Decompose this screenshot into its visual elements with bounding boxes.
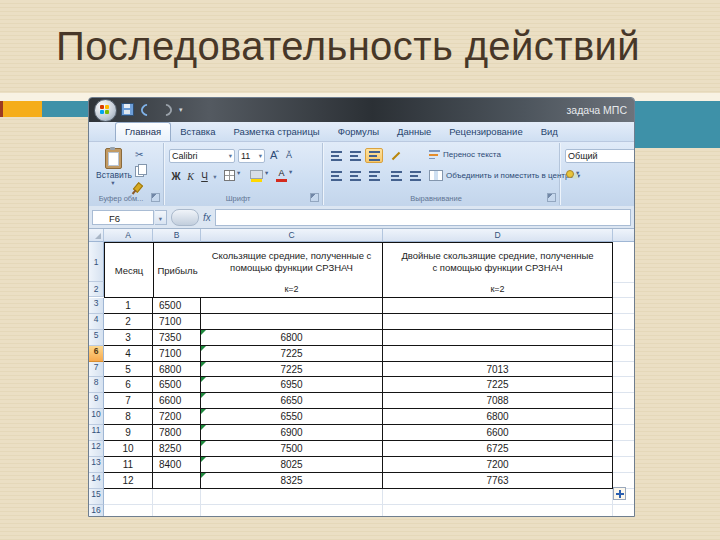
cell[interactable]: 4 (104, 346, 153, 362)
accounting-format-button[interactable]: ▾ (566, 170, 579, 178)
font-color-button[interactable]: А▾ (276, 169, 292, 182)
cell[interactable]: 7013 (383, 362, 613, 378)
row-header[interactable]: 2 (89, 282, 104, 297)
borders-button[interactable]: ▾ (224, 170, 240, 181)
column-header-d[interactable]: D (383, 229, 613, 242)
cell[interactable]: 7500 (201, 441, 383, 457)
cell[interactable]: 7088 (383, 393, 613, 409)
cell[interactable] (613, 457, 634, 473)
row-header[interactable]: 6 (89, 346, 104, 362)
cell[interactable]: 5 (104, 362, 153, 378)
cell[interactable] (613, 362, 634, 378)
column-header-c[interactable]: C (201, 229, 383, 242)
cell[interactable]: Месяц (104, 242, 153, 298)
row-header[interactable]: 8 (89, 377, 104, 393)
tab-review[interactable]: Рецензирование (440, 123, 531, 141)
row-header[interactable]: 3 (89, 298, 104, 314)
align-top-button[interactable] (327, 148, 345, 163)
cell[interactable]: 6650 (201, 393, 383, 409)
cell[interactable] (153, 473, 201, 489)
cell[interactable]: 6800 (201, 330, 383, 346)
underline-button[interactable]: Ч (198, 169, 211, 184)
cell[interactable]: 8325 (201, 473, 383, 489)
tab-formulas[interactable]: Формулы (329, 123, 388, 141)
cell[interactable] (613, 346, 634, 362)
cell[interactable] (104, 489, 153, 505)
undo-icon[interactable] (139, 101, 156, 118)
cell[interactable]: 6950 (201, 377, 383, 393)
cell[interactable] (613, 242, 634, 298)
cell[interactable]: 7800 (153, 425, 201, 441)
merge-center-button[interactable]: Объединить и поместить в центре ▾ (429, 170, 580, 181)
cell[interactable]: 8025 (201, 457, 383, 473)
save-icon[interactable] (121, 103, 134, 116)
italic-button[interactable]: К (184, 169, 197, 184)
cell[interactable]: 2 (104, 314, 153, 330)
cell[interactable]: 7350 (153, 330, 201, 346)
name-box[interactable]: F6 (92, 210, 154, 225)
cell[interactable]: 8250 (153, 441, 201, 457)
cell[interactable]: 6 (104, 377, 153, 393)
cell[interactable]: 7763 (383, 473, 613, 489)
cell[interactable] (201, 314, 383, 330)
align-bottom-button[interactable] (365, 148, 383, 163)
cell[interactable]: 1 (104, 298, 153, 314)
cell[interactable] (613, 314, 634, 330)
cell[interactable]: 7200 (383, 457, 613, 473)
align-left-button[interactable] (327, 168, 345, 183)
number-format-combo[interactable]: Общий▾ (565, 149, 635, 163)
cell[interactable] (201, 298, 383, 314)
cell[interactable] (613, 441, 634, 457)
cell[interactable] (613, 409, 634, 425)
cell[interactable]: 7225 (383, 377, 613, 393)
row-header[interactable]: 1 (89, 242, 104, 282)
shrink-font-button[interactable]: А̌ (286, 150, 292, 160)
cell[interactable] (383, 330, 613, 346)
decrease-indent-button[interactable] (387, 168, 405, 183)
cell[interactable]: 6800 (383, 409, 613, 425)
cell[interactable] (104, 505, 153, 516)
cell[interactable] (383, 346, 613, 362)
row-header[interactable]: 11 (89, 425, 104, 441)
cell[interactable]: 7100 (153, 314, 201, 330)
cell[interactable] (383, 314, 613, 330)
cut-button[interactable]: ✂ (135, 148, 157, 162)
tab-view[interactable]: Вид (532, 123, 567, 141)
cell[interactable]: 3 (104, 330, 153, 346)
tab-insert[interactable]: Вставка (171, 123, 224, 141)
cell[interactable] (613, 330, 634, 346)
cell[interactable] (153, 505, 201, 516)
row-header[interactable]: 4 (89, 314, 104, 330)
column-header-a[interactable]: A (104, 229, 153, 242)
dialog-launcher-icon[interactable] (310, 193, 319, 202)
cell[interactable]: 7100 (153, 346, 201, 362)
column-header-e[interactable] (613, 229, 634, 242)
cell[interactable]: Прибыль (153, 242, 201, 298)
tab-data[interactable]: Данные (388, 123, 440, 141)
increase-indent-button[interactable] (406, 168, 424, 183)
cell[interactable] (613, 377, 634, 393)
row-header[interactable]: 9 (89, 393, 104, 409)
formula-input[interactable] (215, 209, 631, 226)
row-header[interactable]: 12 (89, 441, 104, 457)
tab-home[interactable]: Главная (115, 122, 171, 141)
cell[interactable]: 8400 (153, 457, 201, 473)
copy-button[interactable] (135, 164, 157, 178)
font-size-combo[interactable]: 11▾ (238, 149, 265, 163)
paste-button[interactable]: Вставить ▾ (96, 146, 130, 195)
cell[interactable]: 7200 (153, 409, 201, 425)
cell[interactable] (383, 505, 613, 516)
cell[interactable]: 6550 (201, 409, 383, 425)
qat-dropdown-icon[interactable]: ▾ (179, 106, 183, 114)
cell[interactable]: 6600 (153, 393, 201, 409)
cell[interactable] (201, 489, 383, 505)
row-header[interactable]: 14 (89, 473, 104, 489)
align-middle-button[interactable] (346, 148, 364, 163)
cell[interactable]: 6800 (153, 362, 201, 378)
wrap-text-button[interactable]: Перенос текста (429, 150, 501, 159)
cell[interactable]: Двойные скользящие средние, полученныес … (383, 242, 613, 298)
dialog-launcher-icon[interactable] (547, 193, 556, 202)
tab-page-layout[interactable]: Разметка страницы (224, 123, 328, 141)
row-header[interactable]: 13 (89, 457, 104, 473)
bold-button[interactable]: Ж (169, 169, 183, 184)
